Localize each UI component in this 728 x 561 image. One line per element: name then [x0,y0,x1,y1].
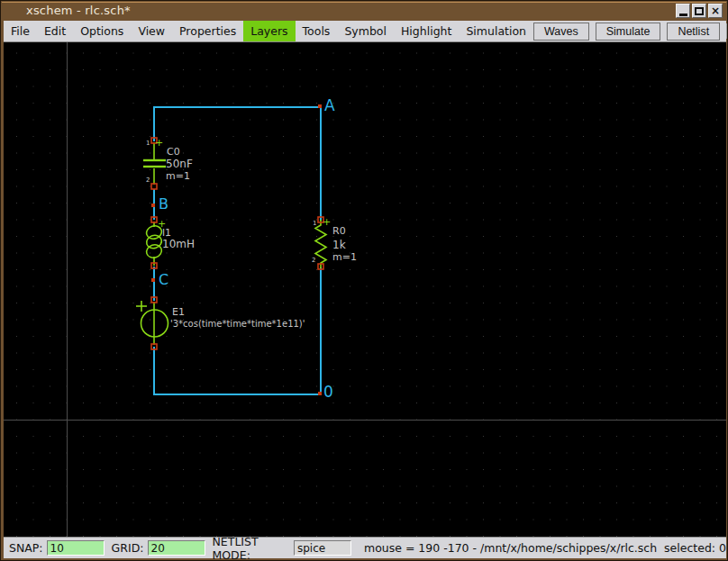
menu-bar: File Edit Options View Properties Layers… [4,21,726,42]
capacitor-plus-mark: + [155,138,163,148]
inductor-ref[interactable]: l1 [162,228,171,238]
mouse-status-text: mouse = 190 -170 - /mnt/x/home/schippes/… [364,541,726,555]
menu-simulation[interactable]: Simulation [459,21,533,41]
resistor-pin1-number: 1 [313,221,316,227]
title-bar[interactable]: xschem - rlc.sch* × [1,1,727,21]
resistor-mult[interactable]: m=1 [332,252,357,262]
snap-label: SNAP: [9,541,43,555]
capacitor-ref[interactable]: C0 [167,147,180,157]
source-ref[interactable]: E1 [172,307,185,317]
node-label-A[interactable]: A [324,98,335,113]
maximize-button[interactable] [692,4,706,18]
xschem-window: xschem - rlc.sch* × File Edit Options Vi… [0,0,728,561]
close-icon: × [711,5,720,16]
menu-options[interactable]: Options [73,21,131,41]
menu-properties[interactable]: Properties [172,21,243,41]
inductor-value[interactable]: 10mH [162,239,195,249]
window-title: xschem - rlc.sch* [26,4,131,17]
snap-input[interactable] [47,540,105,556]
source-value[interactable]: '3*cos(time*time*time*1e11)' [170,320,305,329]
node-label-C[interactable]: C [159,273,168,287]
resistor-pin2-number: 2 [312,258,315,264]
menu-view[interactable]: View [131,21,172,41]
resistor-value[interactable]: 1k [332,240,346,250]
schematic-canvas[interactable]: A B C 0 1 + C0 50nF m=1 2 + l1 10mH E1 '… [4,42,726,537]
resistor-plus-mark: + [323,217,331,227]
minimize-button[interactable] [676,4,690,18]
capacitor-value[interactable]: 50nF [166,158,193,169]
capacitor-mult[interactable]: m=1 [166,171,190,181]
node-label-B[interactable]: B [159,197,168,212]
menu-file[interactable]: File [4,21,37,41]
minimize-icon [679,14,687,16]
status-bar: SNAP: GRID: NETLIST MODE: mouse = 190 -1… [4,537,726,558]
node-label-0[interactable]: 0 [323,385,333,400]
maximize-icon [695,7,704,15]
waves-button[interactable]: Waves [533,23,589,41]
grid-label: GRID: [112,541,144,555]
voltage-source-symbol[interactable] [136,301,168,345]
netlist-mode-label: NETLIST MODE: [213,535,291,561]
capacitor-pin2-number: 2 [146,177,150,184]
menu-layers[interactable]: Layers [243,21,295,41]
capacitor-pin1-number: 1 [146,140,150,147]
menu-edit[interactable]: Edit [37,21,73,41]
schematic-drawing [4,42,726,537]
close-button[interactable]: × [708,4,723,18]
menu-tools[interactable]: Tools [296,21,338,41]
resistor-ref[interactable]: R0 [332,226,346,236]
simulate-button[interactable]: Simulate [596,23,661,41]
menu-symbol[interactable]: Symbol [337,21,394,41]
menu-highlight[interactable]: Highlight [394,21,459,41]
grid-input[interactable] [148,540,205,556]
netlist-mode-input[interactable] [294,540,351,556]
netlist-button[interactable]: Netlist [667,23,720,41]
